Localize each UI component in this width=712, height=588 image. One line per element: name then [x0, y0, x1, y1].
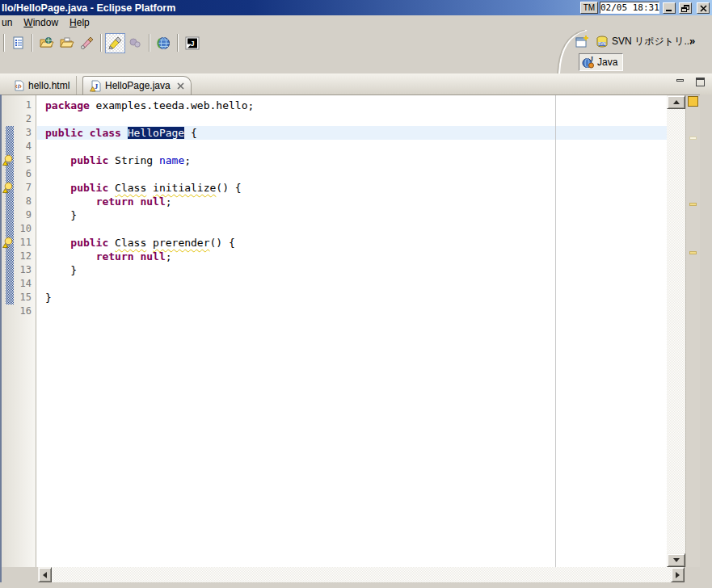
highlighter-icon[interactable]	[105, 33, 125, 53]
java-perspective-label: Java	[597, 57, 617, 68]
code-line[interactable]	[37, 167, 667, 181]
code-line[interactable]: public String name;	[37, 153, 667, 167]
line-number: 10	[2, 222, 36, 236]
code-line[interactable]	[37, 140, 667, 153]
paintbrush-icon[interactable]	[77, 33, 97, 53]
tray-tm-button[interactable]: TM	[580, 2, 598, 14]
svn-repo-icon: SVN	[596, 36, 609, 48]
line-number: 12	[2, 250, 36, 263]
annotation-ruler[interactable]: 12345678910111213141516	[2, 95, 36, 567]
ruler-annotation[interactable]	[2, 154, 14, 166]
svg-text:J: J	[190, 40, 194, 48]
code-line[interactable]: }	[37, 263, 667, 277]
selected-text: HelloPage	[128, 127, 184, 139]
svg-text:J: J	[95, 82, 99, 90]
overview-warning-mark[interactable]	[689, 136, 697, 140]
web-browser-icon[interactable]	[154, 33, 174, 53]
code-line[interactable]: }	[37, 291, 667, 304]
open-perspective-button[interactable]	[575, 35, 589, 48]
java-app-icon[interactable]: J	[182, 33, 202, 53]
java-perspective-button[interactable]: J Java	[579, 53, 623, 71]
menu-item-un[interactable]: un	[0, 16, 18, 29]
code-line[interactable]: public Class initialize() {	[37, 181, 667, 195]
line-number: 4	[2, 140, 36, 153]
java-file-warning-icon: J	[90, 80, 101, 92]
line-number: 2	[2, 112, 36, 126]
ruler-annotation[interactable]	[2, 182, 14, 193]
svg-text:SVN: SVN	[598, 42, 605, 46]
spheres-icon[interactable]	[125, 33, 145, 53]
toolbar-separator	[32, 34, 33, 52]
editor-maximize-button[interactable]	[694, 77, 707, 88]
menu-item-help[interactable]: Help	[64, 16, 95, 29]
toolbar-separator	[100, 34, 102, 52]
perspective-overflow-chevron[interactable]: »	[689, 35, 695, 47]
line-number: 14	[2, 277, 36, 291]
horizontal-scrollbar[interactable]	[38, 567, 685, 582]
open-folder-icon[interactable]	[57, 33, 77, 53]
close-button[interactable]	[697, 2, 710, 14]
window-title: llo/HelloPage.java - Eclipse Platform	[0, 2, 175, 14]
vertical-scrollbar[interactable]	[667, 95, 685, 567]
minimize-icon	[676, 79, 684, 82]
code-line[interactable]: public Class prerender() {	[37, 236, 667, 250]
code-line[interactable]: public class HelloPage {	[37, 126, 667, 140]
code-line[interactable]: package examples.teeda.web.hello;	[37, 99, 667, 112]
scroll-down-button[interactable]	[667, 553, 685, 567]
code-text-area[interactable]: package examples.teeda.web.hello;public …	[37, 95, 667, 567]
code-line[interactable]: return null;	[37, 250, 667, 263]
open-perspective-icon	[575, 35, 589, 48]
ruler-annotation[interactable]	[2, 237, 14, 248]
print-margin-line	[555, 95, 556, 567]
tab-label: HelloPage.java	[105, 80, 171, 91]
line-number: 16	[2, 304, 36, 318]
overview-warning-mark[interactable]	[689, 251, 697, 254]
line-number-gutter: 12345678910111213141516	[2, 95, 36, 318]
arrow-right-icon	[676, 572, 680, 578]
arrow-down-icon	[673, 558, 680, 562]
toolbar-separator	[3, 34, 5, 52]
toolbar-separator	[177, 34, 179, 52]
code-line[interactable]: }	[37, 208, 667, 222]
maximize-icon	[696, 78, 705, 86]
menu-item-window[interactable]: Window	[18, 16, 64, 29]
code-line[interactable]	[37, 222, 667, 236]
svn-repository-label: SVN リポジトリ...	[612, 35, 692, 48]
scroll-right-button[interactable]	[671, 567, 685, 582]
restore-button[interactable]	[679, 2, 692, 14]
minimize-icon	[666, 10, 672, 11]
scroll-up-button[interactable]	[667, 95, 685, 109]
tasks-icon[interactable]	[8, 33, 28, 53]
tab-close-button[interactable]	[177, 82, 184, 90]
tray-clock: 02/05 18:31	[600, 2, 659, 14]
editor-minimize-button[interactable]	[675, 77, 688, 88]
title-bar: llo/HelloPage.java - Eclipse Platform TM…	[0, 0, 712, 15]
code-line[interactable]	[37, 112, 667, 126]
open-folder-globe-icon[interactable]	[36, 33, 57, 53]
line-number: 6	[2, 167, 36, 181]
tab-hellopage-java[interactable]: J HelloPage.java	[82, 76, 192, 94]
java-perspective-icon: J	[582, 56, 595, 69]
overview-ruler[interactable]	[685, 95, 700, 567]
tab-hello-html[interactable]: hello.html	[8, 76, 77, 94]
code-line[interactable]	[37, 304, 667, 318]
minimize-button[interactable]	[663, 2, 676, 14]
scroll-left-button[interactable]	[38, 567, 52, 582]
close-icon	[177, 82, 184, 90]
menu-bar: unWindowHelp	[0, 15, 712, 30]
toolbar-separator	[149, 34, 150, 52]
code-line[interactable]: return null;	[37, 195, 667, 208]
arrow-left-icon	[43, 572, 47, 578]
overview-warning-mark[interactable]	[689, 203, 697, 206]
close-icon	[699, 4, 708, 13]
svn-repository-button[interactable]: SVN SVN リポジトリ...	[596, 35, 692, 48]
code-line[interactable]	[37, 277, 667, 291]
svg-text:J: J	[590, 56, 593, 63]
line-number: 8	[2, 195, 36, 208]
overview-warning-header[interactable]	[688, 96, 698, 107]
quickfix-warning-icon[interactable]	[2, 237, 14, 248]
code-editor[interactable]: 12345678910111213141516 package examples…	[2, 94, 700, 567]
quickfix-warning-icon[interactable]	[2, 182, 14, 193]
quickfix-warning-icon[interactable]	[2, 154, 14, 166]
toolbar: J SVN SVN リポジトリ... »	[0, 30, 712, 74]
